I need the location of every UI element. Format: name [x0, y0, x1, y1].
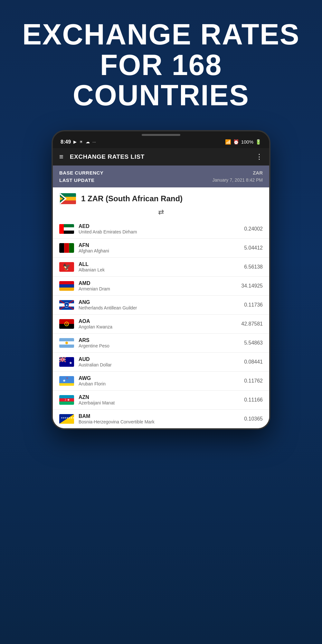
svg-rect-29 — [59, 338, 74, 341]
list-item[interactable]: ★ AUD Australian Dollar 0.08441 — [53, 353, 269, 372]
currency-info-awg: AWG Aruban Florin — [79, 375, 240, 386]
currency-code-bam: BAM — [79, 413, 240, 419]
svg-rect-46 — [59, 384, 74, 386]
currency-code-afn: AFN — [79, 242, 240, 248]
more-options-icon[interactable]: ⋮ — [256, 153, 263, 161]
flag-aoa: ★ — [59, 319, 74, 329]
list-item[interactable]: ★★★ ANG Netherlands Antillean Guilder 0.… — [53, 296, 269, 315]
svg-text:★: ★ — [69, 361, 72, 365]
svg-text:☽ ★: ☽ ★ — [63, 398, 70, 402]
list-item[interactable]: AED United Arab Emirates Dirham 0.24002 — [53, 220, 269, 239]
currency-info-bam: BAM Bosnia-Herzegovina Convertible Mark — [79, 413, 240, 424]
currency-name-afn: Afghan Afghani — [79, 248, 240, 253]
flag-bam: ★★★★★★★★★★ — [59, 414, 74, 424]
hamburger-icon[interactable]: ≡ — [59, 153, 63, 161]
list-item[interactable]: ★ AOA Angolan Kwanza 42.87581 — [53, 315, 269, 334]
list-item[interactable]: AMD Armenian Dram 34.14925 — [53, 277, 269, 296]
currency-name-aed: United Arab Emirates Dirham — [79, 229, 240, 234]
hero-section: EXCHANGE RATES FOR 168 COUNTRIES — [0, 0, 322, 124]
youtube-icon: ▶ — [73, 139, 77, 144]
list-item[interactable]: ARS Argentine Peso 5.54863 — [53, 334, 269, 353]
app-bar: ≡ EXCHANGE RATES LIST ⋮ — [53, 148, 269, 166]
battery-text: 100% — [241, 139, 253, 145]
currency-rate-all: 6.56138 — [244, 264, 263, 270]
currency-info-aoa: AOA Angolan Kwanza — [79, 318, 237, 329]
currency-code-aud: AUD — [79, 356, 240, 362]
currency-code-amd: AMD — [79, 280, 237, 286]
flag-awg: ★ ⚛ — [59, 376, 74, 386]
svg-rect-10 — [59, 224, 64, 234]
svg-point-32 — [65, 342, 68, 344]
list-item[interactable]: AFN Afghan Afghani 5.04412 — [53, 239, 269, 258]
svg-rect-42 — [59, 359, 66, 360]
currency-info-ang: ANG Netherlands Antillean Guilder — [79, 299, 240, 310]
page-background: EXCHANGE RATES FOR 168 COUNTRIES 8:49 ▶ … — [0, 0, 322, 644]
content-area: 1 ZAR (South African Rand) ⇄ — [53, 187, 269, 428]
status-bar: 8:49 ▶ ☀ ☁ ··· 📶 ⏰ 100% 🔋 — [53, 136, 269, 148]
svg-text:★★★: ★★★ — [63, 304, 71, 307]
status-time: 8:49 — [61, 139, 71, 145]
currency-name-ars: Argentine Peso — [79, 343, 240, 348]
phone-mockup: 8:49 ▶ ☀ ☁ ··· 📶 ⏰ 100% 🔋 ≡ EXCHANGE RAT… — [52, 130, 270, 430]
currency-code-aed: AED — [79, 223, 240, 229]
currency-rate-aud: 0.08441 — [244, 359, 263, 365]
flag-azn: ☽ ★ — [59, 395, 74, 405]
svg-rect-51 — [59, 402, 74, 405]
svg-text:⚛: ⚛ — [66, 376, 69, 380]
flag-afn — [59, 243, 74, 253]
svg-rect-31 — [59, 345, 74, 348]
base-currency-label: BASE CURRENCY — [59, 170, 160, 175]
currency-rate-azn: 0.11166 — [244, 397, 263, 403]
currency-info-afn: AFN Afghan Afghani — [79, 242, 240, 253]
currency-info-all: ALL Albanian Lek — [79, 261, 240, 272]
svg-rect-11 — [59, 243, 64, 253]
currency-rate-bam: 0.10365 — [244, 416, 263, 422]
svg-rect-16 — [59, 281, 74, 284]
currency-rate-afn: 5.04412 — [244, 245, 263, 251]
app-bar-title: EXCHANGE RATES LIST — [70, 153, 249, 160]
alarm-icon: ⏰ — [233, 139, 239, 145]
svg-rect-13 — [69, 243, 74, 253]
flag-all: 🦅 — [59, 262, 74, 272]
dots-icon: ··· — [92, 139, 96, 144]
status-right: 📶 ⏰ 100% 🔋 — [225, 139, 261, 145]
currency-info-aud: AUD Australian Dollar — [79, 356, 240, 367]
convert-icon: ⇄ — [158, 208, 164, 216]
svg-rect-12 — [64, 243, 69, 253]
currency-rate-amd: 34.14925 — [241, 283, 263, 289]
list-item[interactable]: ★★★★★★★★★★ BAM Bosnia-Herzegovina Conver… — [53, 410, 269, 428]
flag-ars — [59, 338, 74, 348]
list-item[interactable]: ☽ ★ AZN Azerbaijani Manat 0.11166 — [53, 391, 269, 410]
currency-code-aoa: AOA — [79, 318, 237, 324]
currency-name-aoa: Angolan Kwanza — [79, 324, 237, 329]
currency-info-azn: AZN Azerbaijani Manat — [79, 394, 240, 405]
sun-icon: ☀ — [79, 139, 83, 144]
cloud-icon: ☁ — [86, 139, 90, 144]
currency-code-all: ALL — [79, 261, 240, 267]
info-bar: BASE CURRENCY ZAR LAST UPDATE January 7,… — [53, 166, 269, 187]
currency-name-azn: Azerbaijani Manat — [79, 400, 240, 405]
list-item[interactable]: 🦅 ALL Albanian Lek 6.56138 — [53, 258, 269, 277]
currency-code-azn: AZN — [79, 394, 240, 400]
last-update-label: LAST UPDATE — [59, 177, 160, 183]
currency-rate-ars: 5.54863 — [244, 340, 263, 346]
hero-title: EXCHANGE RATES FOR 168 COUNTRIES — [19, 19, 303, 111]
flag-aed — [59, 224, 74, 234]
battery-icon: 🔋 — [255, 139, 261, 145]
status-left: 8:49 ▶ ☀ ☁ ··· — [61, 139, 96, 145]
last-update-value: January 7, 2021 8:42 PM — [162, 177, 263, 183]
base-currency-display: 1 ZAR (South African Rand) — [81, 194, 183, 203]
svg-text:★★★★★★★★★★: ★★★★★★★★★★ — [61, 417, 74, 419]
currency-name-aud: Australian Dollar — [79, 362, 240, 367]
convert-icon-row: ⇄ — [53, 207, 269, 220]
currency-name-all: Albanian Lek — [79, 267, 240, 272]
wifi-icon: 📶 — [225, 139, 231, 145]
currency-info-amd: AMD Armenian Dram — [79, 280, 237, 291]
svg-text:★: ★ — [66, 323, 68, 326]
flag-amd — [59, 281, 74, 291]
currency-name-bam: Bosnia-Herzegovina Convertible Mark — [79, 419, 240, 424]
base-flag-za — [59, 193, 76, 204]
flag-aud: ★ — [59, 357, 74, 367]
list-item[interactable]: ★ ⚛ AWG Aruban Florin 0.11762 — [53, 372, 269, 391]
currency-rate-awg: 0.11762 — [244, 378, 263, 384]
